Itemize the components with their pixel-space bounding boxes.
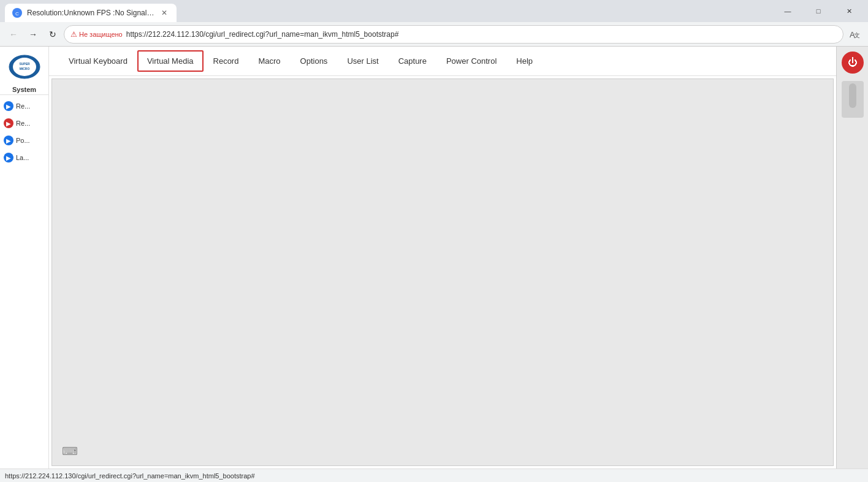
kvm-nav-capture[interactable]: Capture bbox=[389, 50, 436, 72]
svg-text:C: C bbox=[15, 11, 19, 17]
insecure-badge: Не защищено bbox=[70, 30, 123, 39]
kvm-nav-options[interactable]: Options bbox=[291, 50, 338, 72]
nav-bar: ← → ↻ Не защищено https://212.224.112.13… bbox=[0, 22, 868, 47]
tab-title: Resolution:Unknown FPS :No Signal - Goog… bbox=[27, 9, 154, 17]
left-sidebar: SUPER MICRO System ▶ Re... ▶ Re... ▶ Po.… bbox=[0, 47, 49, 469]
tab-close-button[interactable]: ✕ bbox=[159, 8, 169, 18]
close-button[interactable]: ✕ bbox=[835, 1, 863, 21]
sidebar-items: ▶ Re... ▶ Re... ▶ Po... ▶ La... bbox=[0, 95, 48, 169]
kvm-nav-virtual-keyboard[interactable]: Virtual Keyboard bbox=[59, 50, 137, 72]
url-display: https://212.224.112.130/cgi/url_redirect… bbox=[126, 30, 837, 39]
kvm-nav-virtual-media[interactable]: Virtual Media bbox=[137, 50, 204, 72]
right-panel: ⏻ bbox=[836, 47, 868, 469]
scroll-track[interactable] bbox=[842, 81, 864, 118]
main-area: SUPER MICRO System ▶ Re... ▶ Re... ▶ Po.… bbox=[0, 47, 868, 469]
scroll-thumb[interactable] bbox=[849, 83, 856, 108]
sidebar-item-3[interactable]: ▶ La... bbox=[0, 149, 48, 166]
kvm-toolbar: Virtual Keyboard Virtual Media Record Ma… bbox=[49, 47, 836, 76]
sidebar-dot-2: ▶ bbox=[4, 136, 13, 145]
svg-text:SUPER: SUPER bbox=[19, 62, 30, 66]
forward-button[interactable]: → bbox=[25, 26, 42, 43]
sidebar-item-2[interactable]: ▶ Po... bbox=[0, 132, 48, 149]
page-content: Virtual Keyboard Virtual Media Record Ma… bbox=[49, 47, 836, 469]
svg-text:MICRO: MICRO bbox=[19, 67, 29, 71]
sidebar-item-0[interactable]: ▶ Re... bbox=[0, 98, 48, 115]
sidebar-item-label-1: Re... bbox=[16, 120, 30, 127]
translate-icon[interactable]: A 文 bbox=[846, 26, 863, 43]
minimize-button[interactable]: — bbox=[774, 1, 802, 21]
window-controls: — □ ✕ bbox=[774, 1, 863, 21]
sidebar-dot-1: ▶ bbox=[4, 118, 13, 128]
kvm-nav-macro[interactable]: Macro bbox=[248, 50, 290, 72]
address-bar[interactable]: Не защищено https://212.224.112.130/cgi/… bbox=[64, 25, 843, 44]
browser-window: C Resolution:Unknown FPS :No Signal - Go… bbox=[0, 0, 868, 482]
sidebar-item-label-0: Re... bbox=[16, 102, 30, 110]
reload-button[interactable]: ↻ bbox=[44, 26, 61, 43]
sidebar-dot-0: ▶ bbox=[4, 101, 13, 111]
status-url: https://212.224.112.130/cgi/url_redirect… bbox=[5, 472, 255, 480]
sidebar-item-label-3: La... bbox=[16, 154, 29, 161]
tab-favicon: C bbox=[12, 8, 22, 18]
kvm-nav-help[interactable]: Help bbox=[506, 50, 542, 72]
kvm-display[interactable]: ⌨ bbox=[51, 78, 834, 466]
kvm-nav-user-list[interactable]: User List bbox=[337, 50, 388, 72]
keyboard-icon[interactable]: ⌨ bbox=[62, 445, 78, 458]
browser-tab[interactable]: C Resolution:Unknown FPS :No Signal - Go… bbox=[5, 4, 177, 22]
status-bar: https://212.224.112.130/cgi/url_redirect… bbox=[0, 469, 868, 482]
sidebar-logo: SUPER MICRO bbox=[6, 52, 43, 82]
kvm-nav-power-control[interactable]: Power Control bbox=[436, 50, 506, 72]
sidebar-system-label: System bbox=[0, 85, 48, 95]
back-button[interactable]: ← bbox=[5, 26, 22, 43]
sidebar-item-label-2: Po... bbox=[16, 137, 30, 144]
sidebar-dot-3: ▶ bbox=[4, 153, 13, 163]
svg-text:文: 文 bbox=[854, 32, 860, 39]
maximize-button[interactable]: □ bbox=[804, 1, 832, 21]
power-icon: ⏻ bbox=[848, 57, 858, 68]
sidebar-item-1[interactable]: ▶ Re... bbox=[0, 115, 48, 132]
power-button[interactable]: ⏻ bbox=[842, 52, 864, 74]
tab-area: C Resolution:Unknown FPS :No Signal - Go… bbox=[5, 0, 769, 22]
kvm-nav-record[interactable]: Record bbox=[204, 50, 249, 72]
title-bar: C Resolution:Unknown FPS :No Signal - Go… bbox=[0, 0, 868, 22]
